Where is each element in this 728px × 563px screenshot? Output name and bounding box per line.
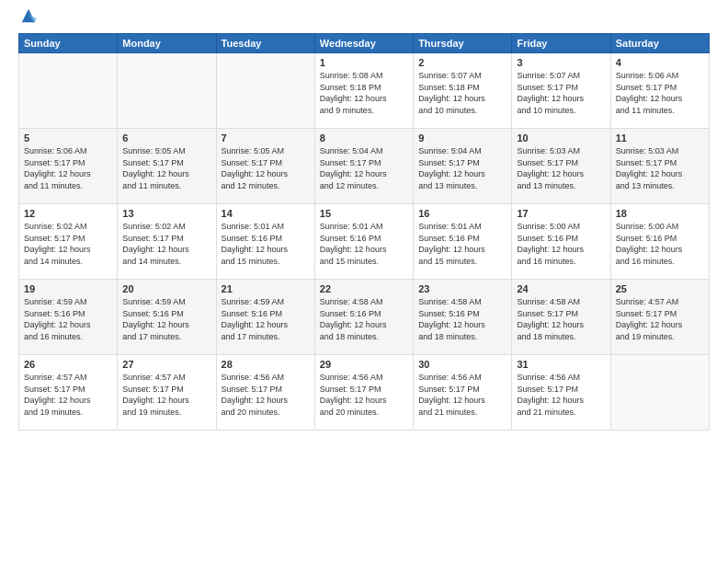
calendar-cell: 20Sunrise: 4:59 AM Sunset: 5:16 PM Dayli… [118,280,216,355]
cell-content: Sunrise: 4:57 AM Sunset: 5:17 PM Dayligh… [122,372,210,418]
calendar-cell: 7Sunrise: 5:05 AM Sunset: 5:17 PM Daylig… [216,129,314,204]
week-row-2: 12Sunrise: 5:02 AM Sunset: 5:17 PM Dayli… [19,204,710,280]
day-number: 10 [517,132,605,144]
weekday-header-row: SundayMondayTuesdayWednesdayThursdayFrid… [19,34,710,53]
weekday-header-wednesday: Wednesday [314,34,413,53]
page: SundayMondayTuesdayWednesdayThursdayFrid… [0,0,728,563]
cell-content: Sunrise: 4:59 AM Sunset: 5:16 PM Dayligh… [24,296,112,342]
cell-content: Sunrise: 5:08 AM Sunset: 5:18 PM Dayligh… [320,70,408,116]
calendar-cell: 1Sunrise: 5:08 AM Sunset: 5:18 PM Daylig… [314,53,413,129]
day-number: 12 [24,208,112,219]
cell-content: Sunrise: 4:58 AM Sunset: 5:16 PM Dayligh… [320,296,408,342]
cell-content: Sunrise: 5:04 AM Sunset: 5:17 PM Dayligh… [418,145,506,191]
calendar-cell: 29Sunrise: 4:56 AM Sunset: 5:17 PM Dayli… [314,355,413,431]
cell-content: Sunrise: 5:02 AM Sunset: 5:17 PM Dayligh… [24,221,112,267]
day-number: 25 [616,283,704,294]
day-number: 20 [122,283,210,294]
weekday-header-saturday: Saturday [610,34,709,53]
calendar-cell: 16Sunrise: 5:01 AM Sunset: 5:16 PM Dayli… [414,204,512,280]
day-number: 15 [320,208,408,219]
calendar-cell: 8Sunrise: 5:04 AM Sunset: 5:17 PM Daylig… [314,129,413,204]
day-number: 14 [222,208,310,219]
cell-content: Sunrise: 4:57 AM Sunset: 5:17 PM Dayligh… [24,372,112,418]
day-number: 3 [517,57,605,68]
calendar-cell: 22Sunrise: 4:58 AM Sunset: 5:16 PM Dayli… [314,280,413,355]
cell-content: Sunrise: 5:06 AM Sunset: 5:17 PM Dayligh… [24,145,112,191]
day-number: 6 [122,132,210,144]
calendar-cell: 26Sunrise: 4:57 AM Sunset: 5:17 PM Dayli… [19,355,118,431]
logo [18,15,37,24]
day-number: 4 [616,57,704,68]
calendar-table: SundayMondayTuesdayWednesdayThursdayFrid… [18,33,710,431]
weekday-header-monday: Monday [118,34,216,53]
cell-content: Sunrise: 5:03 AM Sunset: 5:17 PM Dayligh… [616,145,704,191]
calendar-cell: 21Sunrise: 4:59 AM Sunset: 5:16 PM Dayli… [216,280,314,355]
cell-content: Sunrise: 5:07 AM Sunset: 5:17 PM Dayligh… [517,70,605,116]
day-number: 2 [418,57,506,68]
weekday-header-friday: Friday [512,34,610,53]
calendar-cell: 27Sunrise: 4:57 AM Sunset: 5:17 PM Dayli… [118,355,216,431]
weekday-header-tuesday: Tuesday [216,34,314,53]
calendar-cell [118,53,216,129]
day-number: 29 [320,359,408,370]
calendar-cell: 28Sunrise: 4:56 AM Sunset: 5:17 PM Dayli… [216,355,314,431]
calendar-cell: 31Sunrise: 4:56 AM Sunset: 5:17 PM Dayli… [512,355,610,431]
day-number: 27 [122,359,210,370]
calendar-cell: 18Sunrise: 5:00 AM Sunset: 5:16 PM Dayli… [610,204,709,280]
week-row-0: 1Sunrise: 5:08 AM Sunset: 5:18 PM Daylig… [19,53,710,129]
calendar-cell: 24Sunrise: 4:58 AM Sunset: 5:17 PM Dayli… [512,280,610,355]
calendar-cell: 2Sunrise: 5:07 AM Sunset: 5:18 PM Daylig… [414,53,512,129]
calendar-cell: 19Sunrise: 4:59 AM Sunset: 5:16 PM Dayli… [19,280,118,355]
day-number: 9 [418,132,506,144]
header [18,15,710,24]
week-row-3: 19Sunrise: 4:59 AM Sunset: 5:16 PM Dayli… [19,280,710,355]
cell-content: Sunrise: 4:58 AM Sunset: 5:16 PM Dayligh… [418,296,506,342]
calendar-cell: 13Sunrise: 5:02 AM Sunset: 5:17 PM Dayli… [118,204,216,280]
day-number: 26 [24,359,112,370]
day-number: 19 [24,283,112,294]
calendar-cell: 10Sunrise: 5:03 AM Sunset: 5:17 PM Dayli… [512,129,610,204]
cell-content: Sunrise: 5:01 AM Sunset: 5:16 PM Dayligh… [418,221,506,267]
cell-content: Sunrise: 5:05 AM Sunset: 5:17 PM Dayligh… [122,145,210,191]
calendar-cell: 9Sunrise: 5:04 AM Sunset: 5:17 PM Daylig… [414,129,512,204]
cell-content: Sunrise: 4:56 AM Sunset: 5:17 PM Dayligh… [418,372,506,418]
calendar-cell [610,355,709,431]
cell-content: Sunrise: 5:02 AM Sunset: 5:17 PM Dayligh… [122,221,210,267]
day-number: 22 [320,283,408,294]
day-number: 30 [418,359,506,370]
cell-content: Sunrise: 5:04 AM Sunset: 5:17 PM Dayligh… [320,145,408,191]
day-number: 18 [616,208,704,219]
cell-content: Sunrise: 4:59 AM Sunset: 5:16 PM Dayligh… [122,296,210,342]
calendar-cell: 25Sunrise: 4:57 AM Sunset: 5:17 PM Dayli… [610,280,709,355]
cell-content: Sunrise: 5:01 AM Sunset: 5:16 PM Dayligh… [222,221,310,267]
calendar-cell: 12Sunrise: 5:02 AM Sunset: 5:17 PM Dayli… [19,204,118,280]
cell-content: Sunrise: 4:58 AM Sunset: 5:17 PM Dayligh… [517,296,605,342]
day-number: 17 [517,208,605,219]
calendar-cell: 23Sunrise: 4:58 AM Sunset: 5:16 PM Dayli… [414,280,512,355]
calendar-cell [19,53,118,129]
weekday-header-sunday: Sunday [19,34,118,53]
calendar-cell: 3Sunrise: 5:07 AM Sunset: 5:17 PM Daylig… [512,53,610,129]
cell-content: Sunrise: 5:01 AM Sunset: 5:16 PM Dayligh… [320,221,408,267]
day-number: 23 [418,283,506,294]
day-number: 13 [122,208,210,219]
day-number: 7 [222,132,310,144]
calendar-cell [216,53,314,129]
calendar-cell: 14Sunrise: 5:01 AM Sunset: 5:16 PM Dayli… [216,204,314,280]
day-number: 11 [616,132,704,144]
week-row-1: 5Sunrise: 5:06 AM Sunset: 5:17 PM Daylig… [19,129,710,204]
logo-icon [20,7,37,24]
calendar-cell: 11Sunrise: 5:03 AM Sunset: 5:17 PM Dayli… [610,129,709,204]
day-number: 28 [222,359,310,370]
cell-content: Sunrise: 5:03 AM Sunset: 5:17 PM Dayligh… [517,145,605,191]
calendar-cell: 4Sunrise: 5:06 AM Sunset: 5:17 PM Daylig… [610,53,709,129]
day-number: 21 [222,283,310,294]
calendar-cell: 5Sunrise: 5:06 AM Sunset: 5:17 PM Daylig… [19,129,118,204]
cell-content: Sunrise: 5:00 AM Sunset: 5:16 PM Dayligh… [616,221,704,267]
calendar-cell: 15Sunrise: 5:01 AM Sunset: 5:16 PM Dayli… [314,204,413,280]
week-row-4: 26Sunrise: 4:57 AM Sunset: 5:17 PM Dayli… [19,355,710,431]
cell-content: Sunrise: 5:00 AM Sunset: 5:16 PM Dayligh… [517,221,605,267]
day-number: 16 [418,208,506,219]
cell-content: Sunrise: 5:05 AM Sunset: 5:17 PM Dayligh… [222,145,310,191]
calendar-cell: 30Sunrise: 4:56 AM Sunset: 5:17 PM Dayli… [414,355,512,431]
